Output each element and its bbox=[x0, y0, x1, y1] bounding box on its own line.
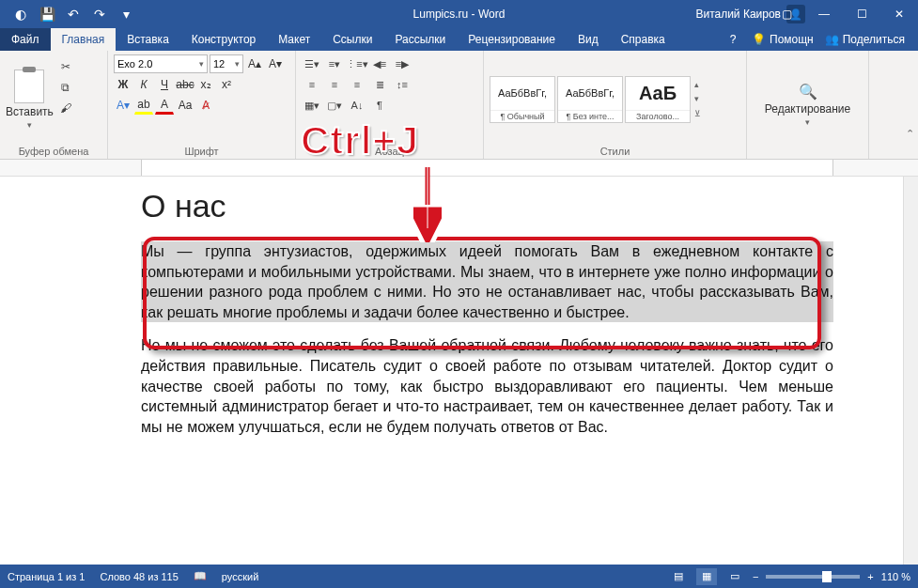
language-indicator[interactable]: русский bbox=[222, 571, 258, 582]
copy-icon[interactable]: ⧉ bbox=[57, 79, 74, 96]
tell-me-label: Помощн bbox=[770, 33, 814, 46]
group-paragraph-label: Абзац bbox=[302, 144, 477, 157]
collapse-ribbon-icon[interactable]: ⌃ bbox=[906, 128, 914, 140]
help-icon[interactable]: ? bbox=[725, 33, 740, 46]
tab-help[interactable]: Справка bbox=[610, 28, 677, 51]
ribbon-tabs: Файл Главная Вставка Конструктор Макет С… bbox=[0, 28, 918, 51]
font-size-select[interactable]: 12▾ bbox=[210, 54, 243, 73]
share-icon: 👥 bbox=[825, 33, 839, 46]
word-count[interactable]: Слово 48 из 115 bbox=[100, 571, 178, 582]
ribbon-options-icon[interactable]: ▢ bbox=[768, 0, 805, 28]
maximize-icon[interactable]: ☐ bbox=[843, 0, 880, 28]
sort-icon[interactable]: A↓ bbox=[347, 96, 367, 115]
tab-design[interactable]: Конструктор bbox=[180, 28, 267, 51]
zoom-slider[interactable] bbox=[766, 575, 860, 579]
undo-icon[interactable]: ↶ bbox=[60, 0, 86, 28]
zoom-in-icon[interactable]: + bbox=[867, 571, 873, 582]
save-icon[interactable]: 💾 bbox=[34, 0, 60, 28]
superscript-button[interactable]: x² bbox=[217, 75, 236, 94]
multilevel-icon[interactable]: ⋮≡▾ bbox=[347, 54, 367, 73]
tab-home[interactable]: Главная bbox=[51, 28, 117, 51]
spell-check-icon[interactable]: 📖 bbox=[194, 570, 207, 582]
page-indicator[interactable]: Страница 1 из 1 bbox=[8, 571, 85, 582]
group-editing-label bbox=[753, 155, 863, 157]
clear-format-icon[interactable]: A̷ bbox=[196, 96, 215, 115]
align-right-icon[interactable]: ≡ bbox=[347, 75, 367, 94]
change-case-button[interactable]: Aa bbox=[176, 96, 194, 115]
share-button[interactable]: 👥 Поделиться bbox=[825, 33, 905, 46]
autosave-toggle[interactable]: ◐ bbox=[8, 0, 34, 28]
increase-indent-icon[interactable]: ≡▶ bbox=[392, 54, 412, 73]
print-layout-icon[interactable]: ▦ bbox=[696, 568, 717, 585]
document-area[interactable]: О нас Мы — группа энтузиастов, одержимых… bbox=[0, 177, 918, 565]
align-center-icon[interactable]: ≡ bbox=[324, 75, 345, 94]
vertical-scrollbar[interactable] bbox=[903, 177, 918, 565]
qat-dropdown-icon[interactable]: ▾ bbox=[113, 0, 139, 28]
document-page: О нас Мы — группа энтузиастов, одержимых… bbox=[141, 177, 833, 450]
format-painter-icon[interactable]: 🖌 bbox=[57, 100, 74, 116]
tab-layout[interactable]: Макет bbox=[267, 28, 321, 51]
highlight-color-icon[interactable]: ab bbox=[134, 96, 153, 115]
paste-label: Вставить bbox=[6, 105, 54, 118]
horizontal-ruler[interactable] bbox=[0, 160, 918, 177]
font-color-icon[interactable]: A bbox=[155, 96, 174, 115]
style-normal[interactable]: АаБбВвГг, ¶ Обычный bbox=[490, 76, 555, 123]
styles-more-icon[interactable]: ⊻ bbox=[694, 109, 701, 118]
paste-dropdown-icon[interactable]: ▾ bbox=[27, 120, 32, 130]
align-left-icon[interactable]: ≡ bbox=[302, 75, 322, 94]
line-spacing-icon[interactable]: ↕≡ bbox=[392, 75, 412, 94]
style-heading1[interactable]: АаБ Заголово... bbox=[625, 76, 691, 123]
tab-mailings[interactable]: Рассылки bbox=[383, 28, 457, 51]
group-styles-label: Стили bbox=[490, 144, 740, 157]
close-icon[interactable]: ✕ bbox=[880, 0, 918, 28]
justify-icon[interactable]: ≣ bbox=[369, 75, 390, 94]
style-no-spacing[interactable]: АаБбВвГг, ¶ Без инте... bbox=[557, 76, 623, 123]
paste-button[interactable]: Вставить ▾ bbox=[6, 54, 54, 144]
borders-icon[interactable]: ▢▾ bbox=[324, 96, 345, 115]
paragraph-2[interactable]: Но мы не сможем это сделать без Вашей об… bbox=[141, 335, 833, 437]
tab-file[interactable]: Файл bbox=[0, 28, 51, 51]
styles-down-icon[interactable]: ▾ bbox=[694, 94, 701, 103]
shrink-font-icon[interactable]: A▾ bbox=[266, 54, 285, 73]
shading-icon[interactable]: ▦▾ bbox=[302, 96, 322, 115]
heading-text[interactable]: О нас bbox=[141, 188, 833, 224]
font-name-select[interactable]: Exo 2.0▾ bbox=[114, 54, 208, 73]
subscript-button[interactable]: x₂ bbox=[196, 75, 215, 94]
tab-references[interactable]: Ссылки bbox=[321, 28, 383, 51]
tab-view[interactable]: Вид bbox=[567, 28, 610, 51]
zoom-value[interactable]: 110 % bbox=[881, 571, 910, 582]
web-layout-icon[interactable]: ▭ bbox=[724, 568, 745, 585]
bulb-icon: 💡 bbox=[752, 33, 766, 46]
title-bar: ◐ 💾 ↶ ↷ ▾ Lumpics.ru - Word Виталий Каир… bbox=[0, 0, 918, 28]
tell-me-search[interactable]: 💡 Помощн bbox=[752, 33, 814, 46]
underline-button[interactable]: Ч bbox=[155, 75, 174, 94]
group-clipboard-label: Буфер обмена bbox=[6, 144, 101, 157]
minimize-icon[interactable]: — bbox=[805, 0, 843, 28]
show-marks-icon[interactable]: ¶ bbox=[369, 96, 390, 115]
decrease-indent-icon[interactable]: ◀≡ bbox=[369, 54, 390, 73]
styles-up-icon[interactable]: ▴ bbox=[694, 80, 701, 89]
find-icon[interactable]: 🔍 bbox=[799, 83, 817, 101]
zoom-out-icon[interactable]: − bbox=[753, 571, 758, 582]
editing-label[interactable]: Редактирование bbox=[765, 102, 850, 116]
grow-font-icon[interactable]: A▴ bbox=[245, 54, 264, 73]
group-styles: АаБбВвГг, ¶ Обычный АаБбВвГг, ¶ Без инте… bbox=[484, 51, 747, 159]
tab-insert[interactable]: Вставка bbox=[116, 28, 180, 51]
text-effects-icon[interactable]: A▾ bbox=[114, 96, 132, 115]
document-title: Lumpics.ru - Word bbox=[413, 8, 506, 21]
cut-icon[interactable]: ✂ bbox=[57, 58, 74, 75]
read-mode-icon[interactable]: ▤ bbox=[668, 568, 689, 585]
italic-button[interactable]: К bbox=[134, 75, 153, 94]
numbering-icon[interactable]: ≡▾ bbox=[324, 54, 345, 73]
clipboard-icon bbox=[14, 70, 44, 103]
tab-review[interactable]: Рецензирование bbox=[457, 28, 567, 51]
status-bar: Страница 1 из 1 Слово 48 из 115 📖 русски… bbox=[0, 565, 918, 588]
group-clipboard: Вставить ▾ ✂ ⧉ 🖌 Буфер обмена bbox=[0, 51, 108, 159]
strike-button[interactable]: abc bbox=[176, 75, 194, 94]
editing-dropdown-icon[interactable]: ▾ bbox=[805, 117, 810, 127]
paragraph-1-selected[interactable]: Мы — группа энтузиастов, одержимых идеей… bbox=[141, 241, 833, 322]
bold-button[interactable]: Ж bbox=[114, 75, 132, 94]
bullets-icon[interactable]: ☰▾ bbox=[302, 54, 322, 73]
group-font-label: Шрифт bbox=[114, 144, 289, 157]
redo-icon[interactable]: ↷ bbox=[86, 0, 113, 28]
